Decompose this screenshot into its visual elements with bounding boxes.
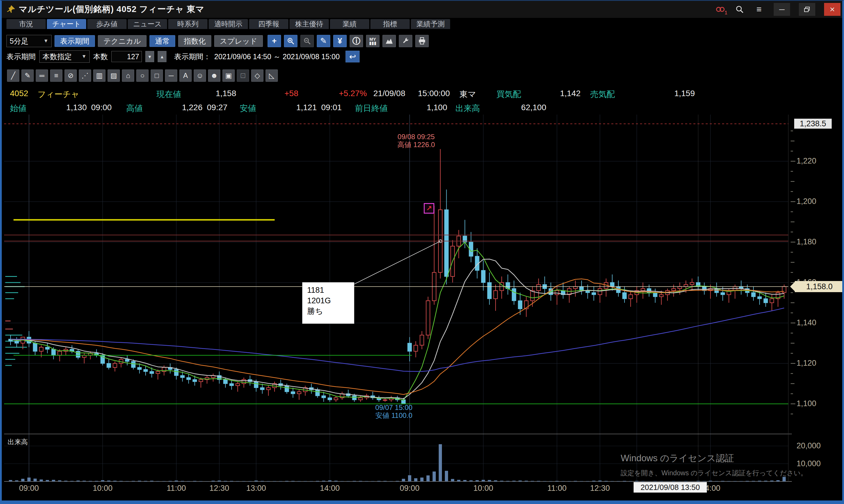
gann-line-tool[interactable]: ⊘ [65,69,77,82]
reset-period-button[interactable]: ↩ [345,51,360,62]
buy-signal-icon[interactable]: ↗ [424,203,434,214]
search-icon[interactable] [734,3,746,15]
title-bar[interactable]: マルチツール(個別銘柄) 4052 フィーチャ 東マ 1 ≡ ─ × [2,1,842,18]
high-value: 1,226 [182,103,202,112]
horizontal-line-tool[interactable]: ─ [165,69,177,82]
fibonacci-lines-tool[interactable]: ▨ [108,69,120,82]
tab-timeseries[interactable]: 時系列 [168,19,208,29]
menu-icon[interactable]: ≡ [753,3,765,15]
icon-stamp-dot-tool[interactable]: ☻ [208,69,220,82]
zoom-in-icon[interactable] [284,35,298,47]
restore-button[interactable] [799,3,815,16]
draw-pencil-icon[interactable]: ✎ [317,35,330,47]
fan-lines-tool[interactable]: ⋰ [79,69,91,82]
trade-tooltip: 1181 1201G 勝ち [302,282,354,324]
technical-button[interactable]: テクニカル [98,35,146,47]
last-value: 1,158 [216,89,236,98]
timeframe-select[interactable]: 5分足 ▼ [6,35,52,47]
stock-name: フィーチャ [37,89,79,100]
price-volume-chart[interactable] [4,114,843,482]
axis-tick-label: 1,100 [796,399,816,408]
pentagon-tool[interactable]: ⌂ [122,69,134,82]
ask-value: 1,159 [674,89,695,98]
axis-tick-label: 1,200 [796,197,816,206]
time-tick-label: 13:00 [246,484,266,493]
rectangle-tool[interactable]: □ [151,69,163,82]
vertical-lines-tool[interactable]: ▥ [93,69,106,82]
tab-forecast[interactable]: 業績予測 [411,19,450,29]
low-annotation: 09/07 15:00 安値 1100.0 [369,403,419,419]
high-time: 09:27 [207,103,228,112]
count-label: 本数 [93,52,108,61]
zoom-out-icon[interactable] [300,35,314,47]
trend-line-tool[interactable]: ╱ [7,69,19,82]
tooltip-exit-price: 1201G [307,295,354,306]
count-down-button[interactable]: ▼ [145,51,154,62]
hand-move-tool[interactable]: ⊡ [237,69,249,82]
chart-toolbar: 5分足 ▼ 表示期間テクニカル通常指数化スプレッド +✎¥ⓘMY▮▮▮ [6,35,429,47]
tooltip-result: 勝ち [307,306,354,317]
tab-tick[interactable]: 歩み値 [87,19,127,29]
chart-style-icon[interactable] [382,35,396,47]
close-button[interactable]: × [824,3,841,16]
period-mode-select[interactable]: 本数指定 ▼ [39,50,90,63]
tab-shikiho[interactable]: 四季報 [249,19,288,29]
yen-icon[interactable]: ¥ [333,35,347,47]
change-percent: +5.27% [339,89,367,98]
indexed-button[interactable]: 指数化 [178,35,211,47]
print-icon[interactable] [415,35,429,47]
crosshair-icon[interactable]: + [268,35,281,47]
parallel-lines-2-tool[interactable]: ═ [36,69,48,82]
minimize-button[interactable]: ─ [774,3,790,16]
link-icon[interactable]: 1 [715,3,726,15]
tab-news[interactable]: ニュース [128,19,167,29]
axis-tick-label: 1,140 [796,318,816,327]
window-title: マルチツール(個別銘柄) 4052 フィーチャ 東マ [19,3,204,15]
low-annotation-price: 安値 1100.0 [369,411,419,419]
icon-stamp-tool[interactable]: ☺ [194,69,206,82]
axis-top-marker: 1,238.5 [794,119,832,129]
range-value: 2021/09/06 14:50 ～ 2021/09/08 15:00 [214,52,340,61]
time-tick-label: 11:00 [167,484,186,493]
spread-button[interactable]: スプレッド [214,35,263,47]
bid-label: 買気配 [497,89,521,100]
last-price-marker: 1,158.0 [795,281,844,292]
low-label: 安値 [240,103,256,114]
bar-count-input[interactable]: 127 [111,51,142,62]
tab-indicators[interactable]: 指標 [371,19,410,29]
tab-disclosure[interactable]: 適時開示 [209,19,248,29]
tooltip-entry-price: 1181 [307,285,354,295]
low-time: 09:01 [321,103,342,112]
chevron-down-icon: ▼ [74,54,87,59]
display-period-button[interactable]: 表示期間 [54,35,95,47]
tab-chart[interactable]: チャート [47,19,86,29]
chart-canvas[interactable] [4,114,843,482]
pencil-tool[interactable]: ✎ [21,69,34,82]
low-value: 1,121 [296,103,317,112]
erase-all-tool[interactable]: ◺ [266,69,278,82]
tab-market[interactable]: 市況 [6,19,46,29]
period-label: 表示期間 [6,52,36,61]
copy-object-tool[interactable]: ▣ [222,69,235,82]
ellipse-tool[interactable]: ○ [136,69,148,82]
count-up-button[interactable]: ▲ [158,51,166,62]
link-badge: 1 [725,10,728,16]
high-annotation-price: 高値 1226.0 [393,141,439,148]
settings-wrench-icon[interactable] [399,35,412,47]
range-label: 表示期間： [174,52,211,61]
low-annotation-time: 09/07 15:00 [369,403,419,411]
erase-object-tool[interactable]: ◇ [251,69,264,82]
tab-benefit[interactable]: 株主優待 [289,19,329,29]
normal-button[interactable]: 通常 [149,35,175,47]
parallel-lines-3-tool[interactable]: ≡ [50,69,62,82]
time-tick-label: 09:00 [19,484,39,493]
info-icon[interactable]: ⓘ [349,35,363,47]
tab-earnings[interactable]: 業績 [330,19,369,29]
drawing-toolbar: ╱✎═≡⊘⋰▥▨⌂○□─A☺☻▣⊡◇◺ [7,69,278,81]
tab-bar: 市況チャート歩み値ニュース時系列適時開示四季報株主優待業績指標業績予測 [6,19,450,29]
windows-activation-title: Windows のライセンス認証 [621,452,734,465]
my-chart-icon[interactable]: MY▮▮▮ [366,35,379,47]
text-tool[interactable]: A [179,69,192,82]
time-tick-label: 11:00 [547,484,567,493]
crosshair-date-label: 2021/09/08 13:50 [633,482,707,492]
